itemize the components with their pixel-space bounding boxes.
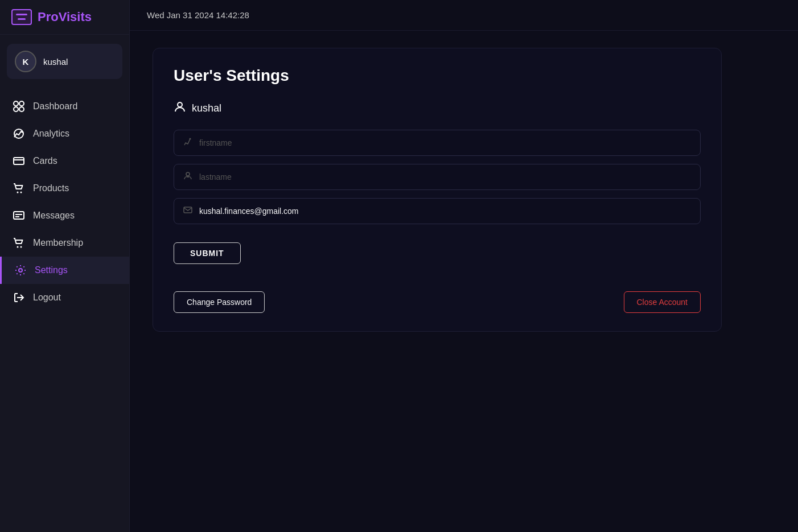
cards-icon [13,155,25,167]
page-title: User's Settings [174,67,701,85]
dashboard-label: Dashboard [33,101,77,112]
svg-point-15 [190,138,191,140]
email-icon [183,205,192,217]
svg-rect-18 [184,207,192,213]
messages-icon [13,210,25,221]
svg-rect-9 [14,212,24,219]
products-label: Products [33,183,69,193]
sidebar-item-messages[interactable]: Messages [0,202,129,229]
settings-icon [14,265,27,276]
logout-icon [13,292,25,303]
sidebar-item-analytics[interactable]: Analytics [0,120,129,147]
sidebar-item-settings[interactable]: Settings [0,257,129,284]
sidebar-item-logout[interactable]: Logout [0,284,129,311]
sidebar: ProVisits K kushal Dashboard Analytics C… [0,0,130,532]
avatar: K [15,51,36,72]
svg-point-2 [14,107,18,112]
messages-label: Messages [33,211,75,221]
svg-point-12 [19,269,22,272]
sidebar-item-cards[interactable]: Cards [0,147,129,175]
lastname-input[interactable] [199,172,691,182]
dashboard-icon [13,101,25,112]
sidebar-item-dashboard[interactable]: Dashboard [0,93,129,120]
settings-label: Settings [35,265,68,275]
change-password-button[interactable]: Change Password [174,291,265,313]
app-name: ProVisits [38,10,92,24]
close-account-button[interactable]: Close Account [624,291,701,313]
logo-area: ProVisits [0,0,129,35]
firstname-group [174,130,701,156]
topbar: Wed Jan 31 2024 14:42:28 [130,0,798,31]
svg-point-10 [17,246,19,248]
svg-point-3 [19,107,24,112]
products-icon [13,183,25,194]
svg-point-16 [186,172,190,176]
logout-label: Logout [33,292,61,303]
lastname-group [174,164,701,190]
svg-point-7 [17,192,19,193]
settings-card: User's Settings kushal [153,48,722,332]
firstname-input[interactable] [199,138,691,147]
email-group [174,198,701,224]
svg-point-1 [19,101,24,106]
action-row: Change Password Close Account [174,291,701,313]
svg-rect-5 [14,158,24,164]
user-section: kushal [174,101,701,116]
user-icon [174,101,186,116]
lastname-icon [183,171,192,183]
svg-point-4 [14,129,23,138]
content-area: User's Settings kushal [130,31,798,532]
membership-label: Membership [33,238,83,248]
datetime: Wed Jan 31 2024 14:42:28 [147,10,249,20]
svg-point-11 [20,246,22,248]
analytics-icon [13,128,25,139]
svg-point-8 [20,192,22,193]
sidebar-nav: Dashboard Analytics Cards Products Messa… [0,88,129,532]
settings-username: kushal [192,102,221,114]
main-content: Wed Jan 31 2024 14:42:28 User's Settings… [130,0,798,532]
sidebar-item-membership[interactable]: Membership [0,229,129,257]
lastname-input-wrapper [174,164,701,190]
email-input-wrapper [174,198,701,224]
cards-label: Cards [33,156,57,166]
analytics-label: Analytics [33,129,69,139]
membership-icon [13,237,25,249]
svg-point-14 [178,102,182,107]
sidebar-item-products[interactable]: Products [0,175,129,202]
submit-button[interactable]: SUBMIT [174,242,241,264]
email-input[interactable] [199,207,691,216]
firstname-input-wrapper [174,130,701,156]
sidebar-username: kushal [43,57,68,67]
svg-point-0 [14,101,18,106]
user-card[interactable]: K kushal [7,44,122,79]
firstname-icon [183,137,192,149]
logo-icon [11,9,32,25]
